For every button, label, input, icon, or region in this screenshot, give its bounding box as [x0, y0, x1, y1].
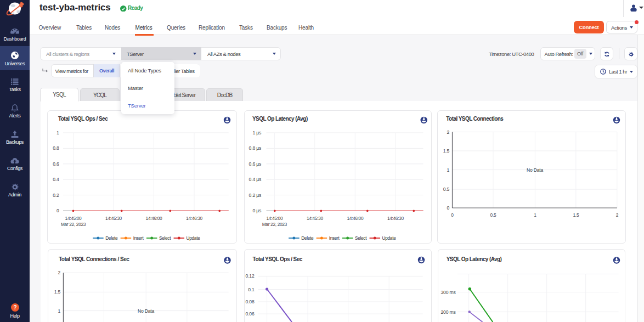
svg-text:0 µs: 0 µs: [252, 208, 261, 213]
svg-text:1: 1: [534, 212, 536, 218]
svg-text:Total YSQL Connections: Total YSQL Connections: [446, 116, 504, 122]
svg-text:0: 0: [57, 208, 59, 213]
svg-text:No Data: No Data: [527, 167, 544, 173]
svg-text:14:45:00: 14:45:00: [65, 216, 82, 221]
svg-text:14:45:30: 14:45:30: [105, 216, 122, 221]
svg-text:Delete: Delete: [105, 235, 118, 241]
svg-text:2: 2: [58, 270, 60, 275]
svg-text:Mar 22, 2023: Mar 22, 2023: [61, 222, 86, 227]
svg-text:200 ms: 200 ms: [441, 309, 456, 315]
svg-text:14:46:00: 14:46:00: [347, 216, 363, 221]
svg-text:1: 1: [57, 130, 59, 135]
svg-text:Delete: Delete: [301, 235, 314, 241]
svg-text:0: 0: [447, 205, 449, 211]
svg-text:No Data: No Data: [138, 308, 155, 314]
svg-text:0: 0: [451, 212, 454, 218]
svg-text:1.5: 1.5: [443, 148, 450, 154]
svg-text:0.08: 0.08: [246, 299, 255, 304]
svg-text:YSQL Op Latency (Avg): YSQL Op Latency (Avg): [252, 116, 308, 122]
svg-text:0.6: 0.6: [53, 161, 59, 167]
svg-text:Insert: Insert: [133, 235, 144, 241]
svg-text:14:45:00: 14:45:00: [266, 216, 283, 221]
svg-text:0.5: 0.5: [490, 212, 496, 218]
svg-text:Total YSQL Ops / Sec: Total YSQL Ops / Sec: [58, 116, 108, 122]
svg-text:14:45:30: 14:45:30: [306, 216, 323, 221]
svg-text:0.8: 0.8: [53, 145, 59, 151]
svg-text:300 ms: 300 ms: [441, 290, 456, 295]
svg-text:Mar 22, 2023: Mar 22, 2023: [262, 222, 287, 227]
svg-text:0.4 µs: 0.4 µs: [248, 177, 261, 182]
svg-text:1: 1: [447, 167, 449, 173]
svg-text:2: 2: [616, 212, 619, 218]
svg-text:Total YSQL Connections / Sec: Total YSQL Connections / Sec: [59, 256, 129, 262]
svg-text:1 µs: 1 µs: [252, 130, 261, 135]
svg-text:1.5: 1.5: [573, 212, 579, 218]
svg-text:0.2 µs: 0.2 µs: [248, 193, 261, 198]
svg-text:YSQL Op Latency (Avg): YSQL Op Latency (Avg): [447, 256, 502, 262]
svg-text:0.5: 0.5: [443, 187, 450, 192]
svg-text:0.06: 0.06: [246, 311, 255, 317]
svg-text:1.5: 1.5: [54, 289, 61, 295]
svg-text:Total YSQL Ops / Sec: Total YSQL Ops / Sec: [253, 256, 303, 262]
svg-text:Update: Update: [382, 235, 396, 241]
svg-text:Select: Select: [159, 235, 171, 241]
svg-text:Update: Update: [187, 235, 201, 241]
svg-text:0.4: 0.4: [53, 177, 59, 182]
svg-text:2: 2: [447, 129, 449, 135]
svg-text:0.6 µs: 0.6 µs: [248, 161, 261, 167]
svg-text:Insert: Insert: [329, 235, 340, 241]
svg-text:14:46:30: 14:46:30: [186, 216, 202, 221]
svg-text:0.8 µs: 0.8 µs: [248, 145, 261, 151]
svg-text:1: 1: [58, 308, 60, 314]
svg-text:14:46:00: 14:46:00: [146, 216, 162, 221]
svg-text:0.2: 0.2: [53, 193, 59, 198]
svg-text:14:46:30: 14:46:30: [387, 216, 403, 221]
svg-text:0.12: 0.12: [246, 273, 255, 279]
svg-text:0.1: 0.1: [248, 287, 255, 292]
svg-text:Select: Select: [354, 235, 366, 241]
